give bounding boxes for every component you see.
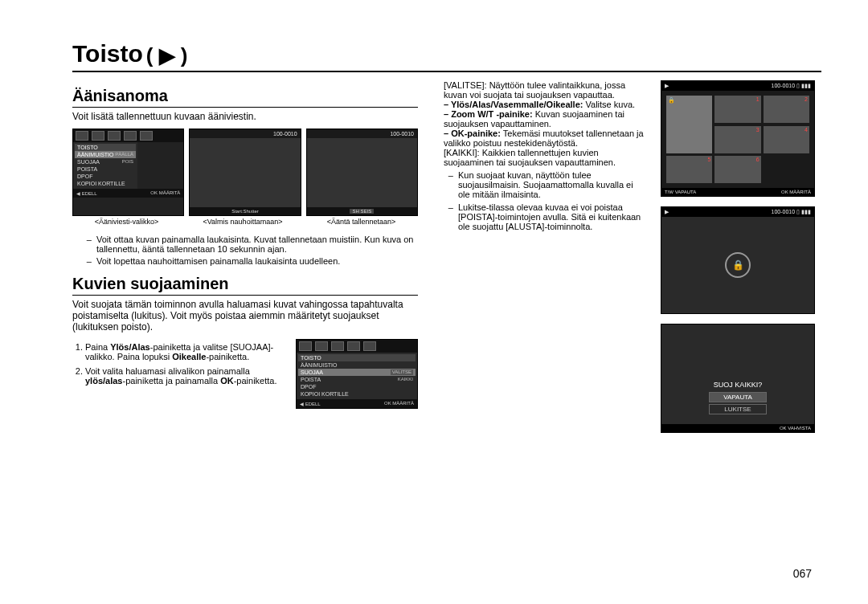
page-title: Toisto xyxy=(72,40,143,71)
menu-item[interactable]: ÄÄNIMUISTIO xyxy=(77,152,114,157)
section1-heading: Äänisanoma xyxy=(72,87,418,108)
menu-item[interactable]: POISTA xyxy=(301,377,321,382)
thumbnail[interactable]: 3 xyxy=(714,126,760,153)
caption: <Ääntä tallennetaan> xyxy=(327,218,396,226)
counter: 100-0010 xyxy=(273,131,297,137)
ok-label[interactable]: OK MÄÄRITÄ xyxy=(384,401,414,406)
screen-voice-menu: TOISTO ÄÄNIMUISTIOPÄÄLLÄ SUOJAAPOIS POIS… xyxy=(72,129,184,216)
start-button[interactable]: Start:Shutter xyxy=(231,209,259,214)
tab-icon xyxy=(331,341,344,351)
lock-icon: 🔒 xyxy=(725,252,751,278)
screen-ready-record: 100-0010 Start:Shutter xyxy=(189,129,301,216)
counter: 100-0010 ▯ ▮▮▮ xyxy=(772,209,811,215)
page-number: 067 xyxy=(793,567,812,580)
screen-recording: 100-0010 SH SEIS xyxy=(306,129,418,216)
tab-icon xyxy=(363,341,376,351)
screen-thumbnail-select: ▶100-0010 ▯ ▮▮▮ 🔒 1 2 3 4 5 6 T/W VAPAUT… xyxy=(661,80,815,197)
counter: 100-0010 xyxy=(390,131,414,137)
tab-icon xyxy=(315,341,328,351)
def-row: – Zoom W/T -painike: Kuvan suojaaminen t… xyxy=(444,109,646,129)
dialog-title: SUOJ KAIKKI? xyxy=(678,381,798,389)
def-row: [VALITSE]: Näyttöön tulee valintaikkuna,… xyxy=(444,80,646,100)
screen-locked-image: ▶100-0010 ▯ ▮▮▮ 🔒 xyxy=(661,206,815,314)
menu-item[interactable]: KOPIOI KORTILLE xyxy=(77,181,125,186)
tab-icon xyxy=(92,131,104,141)
screen-protect-all-dialog: SUOJ KAIKKI? VAPAUTA LUKITSE OK VAHVISTA xyxy=(661,324,815,433)
ok-confirm[interactable]: OK VAHVISTA xyxy=(780,426,811,431)
ok-label[interactable]: OK MÄÄRITÄ xyxy=(781,190,811,194)
thumbnail[interactable]: 1 xyxy=(714,96,760,123)
step: Paina Ylös/Alas-painiketta ja valitse [S… xyxy=(85,342,289,361)
back-label[interactable]: ◀ EDELL xyxy=(300,401,321,406)
back-label[interactable]: ◀ EDELL xyxy=(76,190,97,196)
release-label[interactable]: T/W VAPAUTA xyxy=(665,190,696,194)
menu-item[interactable]: SUOJAA xyxy=(77,159,100,165)
play-icon: ▶ xyxy=(665,209,669,215)
menu-item[interactable]: KOPIOI KORTILLE xyxy=(301,391,349,397)
def-row: – Ylös/Alas/Vasemmalle/Oikealle: Valitse… xyxy=(444,100,646,109)
section2-heading: Kuvien suojaaminen xyxy=(72,275,418,296)
counter: 100-0010 ▯ ▮▮▮ xyxy=(772,83,811,89)
thumbnail[interactable]: 5 xyxy=(666,156,712,183)
bullet: Lukitse-tilassa olevaa kuvaa ei voi pois… xyxy=(458,202,646,231)
caption: <Valmis nauhoittamaan> xyxy=(203,218,283,226)
menu-item[interactable]: ÄÄNIMUISTIO xyxy=(301,362,338,368)
tab-icon xyxy=(76,131,88,141)
tab-icon xyxy=(299,341,312,351)
def-row: – OK-painike: Tekemäsi muutokset tallenn… xyxy=(444,129,646,148)
ok-label[interactable]: OK MÄÄRITÄ xyxy=(150,190,180,196)
tab-icon xyxy=(140,131,153,141)
note: Voit lopettaa nauhoittamisen painamalla … xyxy=(96,256,418,266)
stop-button[interactable]: SH SEIS xyxy=(350,209,374,214)
bullet: Kun suojaat kuvan, näyttöön tulee suojau… xyxy=(458,170,646,199)
tab-icon xyxy=(347,341,360,351)
section1-intro: Voit lisätä tallennettuun kuvaan äänivie… xyxy=(72,111,418,122)
section2-intro: Voit suojata tämän toiminnon avulla halu… xyxy=(72,299,418,333)
screen-protect-menu: TOISTO ÄÄNIMUISTIO SUOJAAVALITSE POISTAK… xyxy=(296,339,418,409)
thumbnail[interactable]: 4 xyxy=(764,126,809,153)
step: Voit valita haluamasi alivalikon painama… xyxy=(85,366,289,386)
menu-item[interactable]: SUOJAA xyxy=(301,369,323,375)
menu-header: TOISTO xyxy=(75,144,136,151)
option-release[interactable]: VAPAUTA xyxy=(709,392,767,402)
caption: <Ääniviesti-valikko> xyxy=(95,218,159,226)
note: Voit ottaa kuvan painamalla laukaisinta.… xyxy=(96,235,418,254)
play-icon: ▶ xyxy=(665,83,669,89)
menu-item[interactable]: DPOF xyxy=(77,173,92,179)
menu-item[interactable]: DPOF xyxy=(301,384,316,390)
thumbnail[interactable]: 6 xyxy=(714,156,760,183)
menu-item[interactable]: POISTA xyxy=(77,166,97,172)
def-row: [KAIKKI]: Kaikkien tallennettujen kuvien… xyxy=(444,148,646,167)
option-lock[interactable]: LUKITSE xyxy=(709,404,767,414)
play-icon: ( ▶ ) xyxy=(146,43,188,68)
tab-icon xyxy=(124,131,137,141)
thumbnail[interactable]: 🔒 xyxy=(666,96,712,153)
menu-header: TOISTO xyxy=(298,354,416,361)
thumbnail[interactable]: 2 xyxy=(764,96,809,123)
tab-icon xyxy=(108,131,121,141)
